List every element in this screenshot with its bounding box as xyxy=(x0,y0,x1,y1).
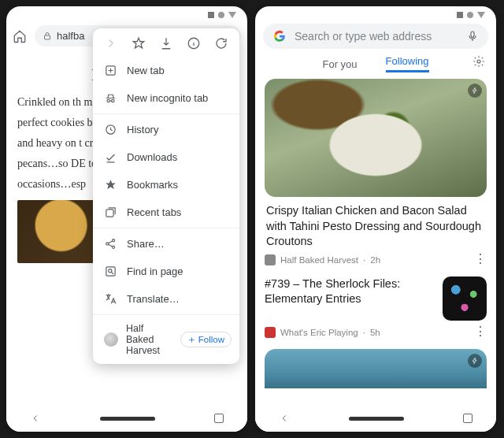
tabs-icon xyxy=(104,206,117,219)
plus-box-icon xyxy=(104,64,117,77)
google-logo-icon xyxy=(272,29,287,43)
tab-following[interactable]: Following xyxy=(386,55,429,72)
menu-item-new-tab[interactable]: New tab xyxy=(93,57,239,84)
menu-label: History xyxy=(127,124,158,135)
follow-site-row: Half Baked Harvest Follow xyxy=(93,317,239,362)
menu-label: Translate… xyxy=(127,293,180,305)
svg-rect-0 xyxy=(45,35,50,39)
menu-item-recent-tabs[interactable]: Recent tabs xyxy=(93,199,239,226)
nav-recents-icon[interactable] xyxy=(463,414,472,423)
card-image[interactable] xyxy=(265,79,487,197)
svg-point-7 xyxy=(106,243,109,245)
menu-item-find[interactable]: Find in page xyxy=(93,258,239,285)
svg-point-4 xyxy=(112,99,114,102)
history-icon xyxy=(104,123,117,136)
card-2[interactable]: #739 – The Sherlock Files: Elementary En… xyxy=(265,277,487,321)
card-menu-icon[interactable]: ⋮ xyxy=(474,257,487,262)
nav-recents-icon[interactable] xyxy=(214,414,224,423)
nav-home-pill[interactable] xyxy=(100,417,155,421)
find-icon xyxy=(104,265,117,278)
tab-for-you[interactable]: For you xyxy=(323,58,358,70)
feed: Crispy Italian Chicken and Bacon Salad w… xyxy=(255,79,496,388)
card-title[interactable]: Crispy Italian Chicken and Bacon Salad w… xyxy=(266,203,485,250)
svg-rect-12 xyxy=(471,32,474,37)
card-title: #739 – The Sherlock Files: Elementary En… xyxy=(265,277,435,307)
menu-item-history[interactable]: History xyxy=(93,116,239,143)
follow-button[interactable]: Follow xyxy=(180,332,232,347)
url-text: halfba xyxy=(57,30,84,42)
follow-label: Follow xyxy=(198,335,224,344)
menu-label: New incognito tab xyxy=(127,92,208,104)
nav-back-icon[interactable] xyxy=(279,413,290,424)
menu-label: Downloads xyxy=(127,151,177,163)
download-done-icon xyxy=(104,150,117,164)
card-source: What's Eric Playing xyxy=(280,328,358,337)
overflow-menu: New tab New incognito tab History Downlo… xyxy=(93,28,239,364)
svg-point-3 xyxy=(107,99,109,102)
search-placeholder: Search or type web address xyxy=(295,30,458,43)
menu-item-incognito[interactable]: New incognito tab xyxy=(93,84,239,112)
menu-item-downloads[interactable]: Downloads xyxy=(93,143,239,171)
card-meta: Half Baked Harvest · 2h ⋮ xyxy=(265,254,487,265)
amp-icon xyxy=(468,354,482,368)
bookmark-icon xyxy=(104,178,117,191)
star-icon[interactable] xyxy=(132,36,146,50)
menu-label: Bookmarks xyxy=(127,179,178,191)
nav-home-pill[interactable] xyxy=(349,417,404,421)
source-avatar xyxy=(265,327,276,338)
menu-label: New tab xyxy=(127,65,165,76)
nav-bar xyxy=(6,405,247,432)
card-time: 2h xyxy=(370,255,380,265)
status-bar xyxy=(255,6,496,20)
search-bar[interactable]: Search or type web address xyxy=(263,24,488,49)
home-icon[interactable] xyxy=(13,29,27,43)
source-avatar xyxy=(265,254,276,265)
gear-icon[interactable] xyxy=(472,55,485,68)
status-bar xyxy=(6,6,247,20)
refresh-icon[interactable] xyxy=(214,36,228,50)
menu-label: Recent tabs xyxy=(127,206,181,218)
svg-point-9 xyxy=(112,246,114,248)
translate-icon xyxy=(104,292,117,306)
download-icon[interactable] xyxy=(159,36,173,50)
svg-point-13 xyxy=(477,60,480,63)
share-icon xyxy=(104,237,117,251)
mic-icon[interactable] xyxy=(466,30,479,43)
svg-point-11 xyxy=(109,269,112,273)
svg-rect-6 xyxy=(106,210,113,217)
lock-icon xyxy=(43,32,52,41)
site-name: Half Baked Harvest xyxy=(126,323,172,356)
info-icon[interactable] xyxy=(187,36,201,50)
card-time: 5h xyxy=(370,328,380,337)
card-meta: What's Eric Playing · 5h ⋮ xyxy=(265,327,487,338)
menu-action-row xyxy=(93,28,239,57)
incognito-icon xyxy=(104,91,117,105)
forward-icon[interactable] xyxy=(104,36,118,50)
card-source: Half Baked Harvest xyxy=(280,255,358,265)
card-image[interactable] xyxy=(265,349,487,388)
nav-back-icon[interactable] xyxy=(30,413,41,424)
card-menu-icon[interactable]: ⋮ xyxy=(474,329,487,334)
menu-item-share[interactable]: Share… xyxy=(93,230,239,258)
svg-point-8 xyxy=(112,239,114,242)
svg-rect-10 xyxy=(106,267,115,276)
phone-left: halfba H A L F H A R Crinkled on th midd… xyxy=(6,6,247,432)
menu-item-bookmarks[interactable]: Bookmarks xyxy=(93,171,239,199)
amp-icon xyxy=(468,84,482,98)
menu-label: Share… xyxy=(127,238,165,250)
tabs-row: For you Following xyxy=(255,55,496,79)
phone-right: Search or type web address For you Follo… xyxy=(255,6,496,432)
menu-item-translate[interactable]: Translate… xyxy=(93,285,239,313)
card-thumb xyxy=(443,277,487,321)
site-favicon xyxy=(104,332,118,347)
menu-label: Find in page xyxy=(127,265,183,277)
nav-bar xyxy=(255,405,496,432)
